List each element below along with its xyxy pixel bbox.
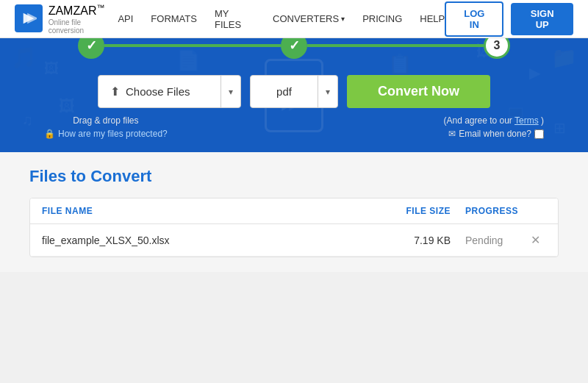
cell-action: ✕ xyxy=(524,233,546,247)
step-2-circle: ✓ xyxy=(281,38,307,59)
choose-files-main: ⬆ Choose Files xyxy=(98,76,220,107)
terms-text: (And agree to our Terms ) xyxy=(443,115,544,126)
nav-buttons: LOG IN SIGN UP xyxy=(445,1,573,37)
step-line-1 xyxy=(104,44,281,47)
nav-my-files[interactable]: MY FILES xyxy=(215,8,255,30)
chevron-down-icon: ▾ xyxy=(341,15,345,23)
col-filesize-header: FILE SIZE xyxy=(392,206,451,216)
nav-help[interactable]: HELP xyxy=(420,13,445,24)
nav-converters[interactable]: CONVERTERS ▾ xyxy=(273,13,345,24)
step-2-check: ✓ xyxy=(289,38,300,54)
choose-files-dropdown-arrow[interactable]: ▾ xyxy=(221,87,240,97)
format-select[interactable]: pdf ▾ xyxy=(250,75,338,108)
col-progress-header: PROGRESS xyxy=(451,206,524,216)
logo-icon xyxy=(15,4,43,32)
files-title-static: Files to xyxy=(29,167,86,185)
choose-files-button[interactable]: ⬆ Choose Files ▾ xyxy=(98,75,241,108)
email-checkbox[interactable] xyxy=(534,129,544,139)
step-3-circle: 3 xyxy=(484,38,510,59)
logo-tagline: Online file conversion xyxy=(49,18,118,35)
cell-progress: Pending xyxy=(451,235,524,246)
drag-drop-text: Drag & drop files xyxy=(44,115,168,126)
cell-filesize: 7.19 KB xyxy=(392,235,451,246)
email-icon: ✉ xyxy=(448,129,456,139)
col-filename-header: FILE NAME xyxy=(42,206,392,216)
steps-row: ✓ ✓ 3 xyxy=(44,38,544,59)
chevron-down-icon: ▾ xyxy=(229,87,233,97)
login-button[interactable]: LOG IN xyxy=(445,1,503,37)
conversion-box: ✓ ✓ 3 ⬆ Choose Files ▾ xyxy=(0,38,588,152)
right-hints: (And agree to our Terms ) ✉ Email when d… xyxy=(443,115,544,139)
convert-now-button[interactable]: Convert Now xyxy=(347,75,490,108)
action-row: ⬆ Choose Files ▾ pdf ▾ Convert Now xyxy=(44,75,544,108)
logo-area: ZAMZAR™ Online file conversion xyxy=(15,3,118,34)
email-row: ✉ Email when done? xyxy=(448,129,544,139)
below-action-hints: Drag & drop files 🔒 How are my files pro… xyxy=(44,115,544,139)
hero-banner: 🎵 🖼 ✉ ▶ 📄 🖼 📁 ▶ 🖼 📷 📋 💻 ♫ ⊞ ♪ 📦 ✓ xyxy=(0,38,588,152)
svg-marker-1 xyxy=(27,13,37,24)
nav-pricing[interactable]: PRICING xyxy=(362,13,402,24)
remove-file-button[interactable]: ✕ xyxy=(531,233,540,247)
col-action-header xyxy=(524,206,546,216)
choose-files-label: Choose Files xyxy=(126,85,190,98)
files-title-dynamic: Convert xyxy=(90,167,151,185)
cell-filename: file_example_XLSX_50.xlsx xyxy=(42,235,392,246)
format-value: pdf xyxy=(251,76,318,107)
step-1-circle: ✓ xyxy=(78,38,104,59)
terms-link[interactable]: Terms xyxy=(514,115,539,126)
email-label: Email when done? xyxy=(459,129,531,139)
logo-text-area: ZAMZAR™ Online file conversion xyxy=(49,3,118,34)
files-table-header: FILE NAME FILE SIZE PROGRESS xyxy=(30,198,558,224)
lock-icon: 🔒 xyxy=(44,129,55,139)
step-1-check: ✓ xyxy=(86,38,97,54)
nav-api[interactable]: API xyxy=(118,13,133,24)
step-3-number: 3 xyxy=(494,39,501,52)
step-line-2 xyxy=(307,44,484,47)
left-hints: Drag & drop files 🔒 How are my files pro… xyxy=(44,115,168,139)
files-section: Files to Convert FILE NAME FILE SIZE PRO… xyxy=(0,152,588,272)
files-table: FILE NAME FILE SIZE PROGRESS file_exampl… xyxy=(29,198,559,257)
table-row: file_example_XLSX_50.xlsx 7.19 KB Pendin… xyxy=(30,224,558,257)
signup-button[interactable]: SIGN UP xyxy=(511,3,573,35)
chevron-down-icon: ▾ xyxy=(326,87,330,97)
main-nav: API FORMATS MY FILES CONVERTERS ▾ PRICIN… xyxy=(118,8,445,30)
protected-text: How are my files protected? xyxy=(58,129,168,139)
protected-link[interactable]: 🔒 How are my files protected? xyxy=(44,129,168,139)
logo-brand: ZAMZAR™ xyxy=(49,3,118,18)
upload-icon: ⬆ xyxy=(110,85,120,99)
nav-formats[interactable]: FORMATS xyxy=(151,13,197,24)
files-title: Files to Convert xyxy=(29,167,559,186)
header: ZAMZAR™ Online file conversion API FORMA… xyxy=(0,0,588,38)
format-dropdown-arrow[interactable]: ▾ xyxy=(318,87,337,97)
